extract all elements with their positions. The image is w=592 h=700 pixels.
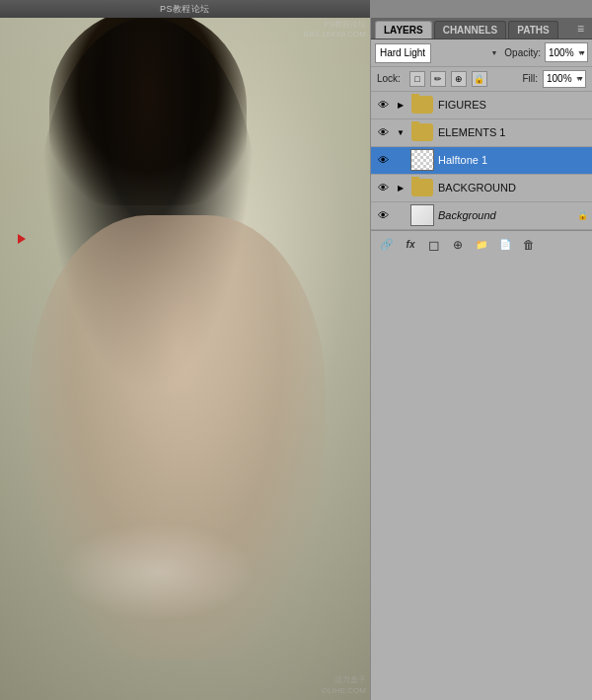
layer-name-figures: FIGURES xyxy=(438,99,588,111)
visibility-icon-background-group[interactable]: 👁 xyxy=(375,180,391,195)
expand-icon-figures[interactable]: ▶ xyxy=(395,99,407,111)
layer-row-background[interactable]: 👁 Background 🔒 xyxy=(371,202,592,230)
blend-mode-wrapper[interactable]: Hard Light Normal Multiply Screen Overla… xyxy=(375,42,500,63)
lock-label: Lock: xyxy=(377,73,401,84)
panel-bottom-toolbar: 🔗 fx ◻ ⊕ 📁 📄 🗑 xyxy=(371,230,592,259)
lock-all-icon[interactable]: 🔒 xyxy=(472,71,487,87)
lock-badge-background: 🔒 xyxy=(576,209,588,221)
layer-row-halftone1[interactable]: 👁 Halftone 1 xyxy=(371,147,592,175)
visibility-icon-figures[interactable]: 👁 xyxy=(375,97,391,113)
adjustment-icon[interactable]: ⊕ xyxy=(448,235,468,255)
opacity-field-wrapper[interactable]: 100% ▼ xyxy=(545,42,588,62)
expand-icon-elements1[interactable]: ▼ xyxy=(395,126,407,138)
red-arrow-indicator xyxy=(18,225,26,251)
fx-icon[interactable]: fx xyxy=(401,235,420,255)
layer-row-elements1[interactable]: 👁 ▼ ELEMENTS 1 xyxy=(371,119,592,147)
new-layer-icon[interactable]: 📄 xyxy=(495,235,515,255)
fill-field-wrapper[interactable]: 100% ▼ xyxy=(543,70,586,88)
thumb-background-group xyxy=(410,177,434,198)
thumb-halftone1 xyxy=(410,149,434,171)
expand-icon-background xyxy=(395,209,407,221)
blend-opacity-row: Hard Light Normal Multiply Screen Overla… xyxy=(371,39,592,67)
opacity-label: Opacity: xyxy=(504,47,541,58)
layer-name-halftone1: Halftone 1 xyxy=(438,154,588,166)
fill-arrow: ▼ xyxy=(575,75,582,82)
thumb-figures xyxy=(410,94,434,116)
thumb-elements1 xyxy=(410,121,434,143)
layer-name-background-group: BACKGROUND xyxy=(438,182,588,194)
panel-tabs: LAYERS CHANNELS PATHS ≡ xyxy=(371,18,592,39)
tab-channels[interactable]: CHANNELS xyxy=(434,21,507,39)
expand-icon-background-group[interactable]: ▶ xyxy=(395,182,407,194)
layer-name-background: Background xyxy=(438,209,572,221)
visibility-icon-halftone1[interactable]: 👁 xyxy=(375,152,391,168)
lock-pixel-icon[interactable]: ✏ xyxy=(430,71,446,87)
panel-menu-icon[interactable]: ≡ xyxy=(573,20,588,38)
opacity-arrow: ▼ xyxy=(577,49,584,56)
main-title-text: PS教程论坛 xyxy=(160,3,210,16)
lock-fill-row: Lock: □ ✏ ⊕ 🔒 Fill: 100% ▼ xyxy=(371,67,592,92)
lock-transparent-icon[interactable]: □ xyxy=(409,71,425,87)
layer-name-elements1: ELEMENTS 1 xyxy=(438,126,588,138)
visibility-icon-background[interactable]: 👁 xyxy=(375,207,391,223)
link-icon[interactable]: 🔗 xyxy=(377,235,397,255)
fill-label: Fill: xyxy=(522,73,538,84)
folder-icon-elements1 xyxy=(411,123,433,141)
opacity-value[interactable]: 100% ▼ xyxy=(545,42,588,62)
new-group-icon[interactable]: 📁 xyxy=(472,235,491,255)
delete-icon[interactable]: 🗑 xyxy=(519,235,539,255)
layer-row-background-group[interactable]: 👁 ▶ BACKGROUND xyxy=(371,175,592,202)
watermark-top: PS教程论坛 BBS.16XX8.COM xyxy=(304,20,366,40)
layer-row-figures[interactable]: 👁 ▶ FIGURES xyxy=(371,92,592,119)
folder-icon-background-group xyxy=(411,179,433,196)
mask-icon[interactable]: ◻ xyxy=(424,235,444,255)
layers-list: 👁 ▶ FIGURES 👁 ▼ ELEMENTS 1 👁 Halftone 1 … xyxy=(371,92,592,230)
expand-icon-halftone1[interactable] xyxy=(395,154,407,166)
lock-position-icon[interactable]: ⊕ xyxy=(451,71,467,87)
fill-value[interactable]: 100% ▼ xyxy=(543,70,586,88)
visibility-icon-elements1[interactable]: 👁 xyxy=(375,124,391,140)
layers-panel: LAYERS CHANNELS PATHS ≡ Hard Light Norma… xyxy=(370,18,592,700)
blend-mode-select[interactable]: Hard Light Normal Multiply Screen Overla… xyxy=(375,43,431,63)
thumb-background xyxy=(410,204,434,226)
watermark-bottom: 活力盒子 OLIHE.COM xyxy=(322,675,366,696)
tab-layers[interactable]: LAYERS xyxy=(375,21,432,39)
tab-paths[interactable]: PATHS xyxy=(508,21,557,39)
canvas-area: PS教程论坛 BBS.16XX8.COM 活力盒子 OLIHE.COM xyxy=(0,18,370,700)
splatter-effect xyxy=(59,522,257,621)
folder-icon-figures xyxy=(411,96,433,114)
main-title-bar: PS教程论坛 xyxy=(0,0,370,18)
